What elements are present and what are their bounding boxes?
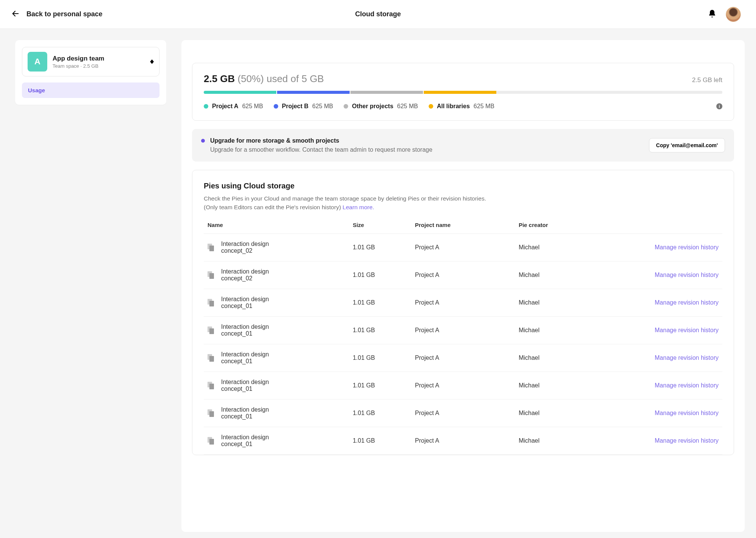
pie-size: 1.01 GB bbox=[349, 316, 411, 344]
th-project: Project name bbox=[411, 222, 515, 234]
pie-project: Project A bbox=[411, 344, 515, 372]
storage-segment bbox=[424, 91, 496, 94]
manage-revision-link[interactable]: Manage revision history bbox=[655, 410, 719, 416]
pie-project: Project A bbox=[411, 427, 515, 454]
pie-creator: Michael bbox=[515, 372, 618, 399]
pies-description: Check the Pies in your Cloud and manage … bbox=[204, 194, 722, 212]
svg-marker-2 bbox=[150, 62, 154, 64]
legend-item: All libraries 625 MB bbox=[429, 103, 494, 110]
manage-revision-link[interactable]: Manage revision history bbox=[655, 272, 719, 278]
pies-section: Pies using Cloud storage Check the Pies … bbox=[192, 170, 734, 455]
team-avatar: A bbox=[28, 52, 47, 72]
pie-project: Project A bbox=[411, 316, 515, 344]
upgrade-desc: Upgrade for a smoother workflow. Contact… bbox=[210, 146, 432, 153]
legend-item: Project A 625 MB bbox=[204, 103, 263, 110]
team-switcher[interactable]: A App design team Team space · 2.5 GB bbox=[22, 47, 160, 76]
manage-revision-link[interactable]: Manage revision history bbox=[655, 244, 719, 250]
info-icon[interactable]: i bbox=[716, 103, 722, 109]
pie-creator: Michael bbox=[515, 344, 618, 372]
pie-creator: Michael bbox=[515, 233, 618, 261]
manage-revision-link[interactable]: Manage revision history bbox=[655, 382, 719, 389]
pie-size: 1.01 GB bbox=[349, 261, 411, 289]
storage-card: 2.5 GB (50%) used of 5 GB 2.5 GB left Pr… bbox=[192, 63, 734, 121]
table-row: Interaction design concept_011.01 GBProj… bbox=[204, 344, 722, 372]
bell-icon[interactable] bbox=[708, 9, 717, 19]
document-icon bbox=[208, 382, 214, 389]
table-row: Interaction design concept_011.01 GBProj… bbox=[204, 372, 722, 399]
pie-size: 1.01 GB bbox=[349, 427, 411, 454]
th-size: Size bbox=[349, 222, 411, 234]
pie-creator: Michael bbox=[515, 261, 618, 289]
back-label: Back to personal space bbox=[26, 10, 102, 18]
arrow-left-icon bbox=[11, 9, 20, 19]
pie-creator: Michael bbox=[515, 427, 618, 454]
pie-project: Project A bbox=[411, 233, 515, 261]
table-row: Interaction design concept_021.01 GBProj… bbox=[204, 261, 722, 289]
pie-name: Interaction design concept_01 bbox=[221, 296, 289, 309]
team-name: App design team bbox=[53, 55, 104, 62]
pie-size: 1.01 GB bbox=[349, 344, 411, 372]
legend-dot-icon bbox=[274, 104, 278, 109]
table-row: Interaction design concept_011.01 GBProj… bbox=[204, 399, 722, 427]
pie-name: Interaction design concept_01 bbox=[221, 406, 289, 420]
manage-revision-link[interactable]: Manage revision history bbox=[655, 327, 719, 333]
pie-project: Project A bbox=[411, 261, 515, 289]
pie-name: Interaction design concept_01 bbox=[221, 379, 289, 392]
document-icon bbox=[208, 354, 214, 362]
pie-name: Interaction design concept_01 bbox=[221, 351, 289, 365]
manage-revision-link[interactable]: Manage revision history bbox=[655, 437, 719, 444]
bullet-icon bbox=[201, 139, 205, 143]
copy-email-button[interactable]: Copy 'email@email.com' bbox=[649, 138, 725, 152]
page-title: Cloud storage bbox=[355, 10, 401, 18]
legend-item: Other projects 625 MB bbox=[344, 103, 418, 110]
legend-size: 625 MB bbox=[397, 103, 418, 110]
legend-name: Project B bbox=[282, 103, 308, 110]
manage-revision-link[interactable]: Manage revision history bbox=[655, 299, 719, 306]
storage-left: 2.5 GB left bbox=[692, 76, 722, 84]
table-row: Interaction design concept_011.01 GBProj… bbox=[204, 316, 722, 344]
pies-title: Pies using Cloud storage bbox=[204, 182, 722, 190]
storage-used-amount: 2.5 GB bbox=[204, 73, 235, 84]
team-meta: Team space · 2.5 GB bbox=[53, 63, 104, 69]
th-name: Name bbox=[204, 222, 349, 234]
sidebar-panel: A App design team Team space · 2.5 GB Us… bbox=[15, 40, 166, 105]
learn-more-link[interactable]: Learn more. bbox=[342, 204, 374, 210]
pie-name: Interaction design concept_01 bbox=[221, 434, 289, 448]
document-icon bbox=[208, 271, 214, 279]
storage-legend: Project A 625 MBProject B 625 MBOther pr… bbox=[204, 103, 722, 110]
manage-revision-link[interactable]: Manage revision history bbox=[655, 355, 719, 361]
storage-segment bbox=[277, 91, 350, 94]
avatar[interactable] bbox=[726, 7, 741, 22]
storage-used-of: used of 5 GB bbox=[266, 73, 324, 84]
legend-name: Project A bbox=[212, 103, 239, 110]
pie-size: 1.01 GB bbox=[349, 289, 411, 316]
pie-name: Interaction design concept_01 bbox=[221, 323, 289, 337]
legend-size: 625 MB bbox=[312, 103, 333, 110]
pie-size: 1.01 GB bbox=[349, 233, 411, 261]
pie-project: Project A bbox=[411, 372, 515, 399]
legend-dot-icon bbox=[204, 104, 208, 109]
document-icon bbox=[208, 437, 214, 445]
pie-project: Project A bbox=[411, 289, 515, 316]
table-row: Interaction design concept_011.01 GBProj… bbox=[204, 289, 722, 316]
legend-item: Project B 625 MB bbox=[274, 103, 333, 110]
pie-project: Project A bbox=[411, 399, 515, 427]
pie-creator: Michael bbox=[515, 289, 618, 316]
legend-name: Other projects bbox=[352, 103, 393, 110]
legend-size: 625 MB bbox=[474, 103, 494, 110]
sidebar-item-usage[interactable]: Usage bbox=[22, 82, 160, 98]
back-to-personal-space[interactable]: Back to personal space bbox=[11, 9, 102, 19]
storage-bar bbox=[204, 91, 722, 94]
main-panel: 2.5 GB (50%) used of 5 GB 2.5 GB left Pr… bbox=[181, 40, 745, 532]
legend-dot-icon bbox=[344, 104, 348, 109]
storage-segment bbox=[204, 91, 276, 94]
upgrade-banner: Upgrade for more storage & smooth projec… bbox=[192, 129, 734, 162]
th-creator: Pie creator bbox=[515, 222, 618, 234]
document-icon bbox=[208, 327, 214, 334]
pie-name: Interaction design concept_02 bbox=[221, 268, 289, 282]
pie-creator: Michael bbox=[515, 316, 618, 344]
pies-table: Name Size Project name Pie creator Inter… bbox=[204, 222, 722, 455]
upgrade-title: Upgrade for more storage & smooth projec… bbox=[210, 137, 432, 144]
legend-name: All libraries bbox=[437, 103, 470, 110]
table-row: Interaction design concept_011.01 GBProj… bbox=[204, 427, 722, 454]
